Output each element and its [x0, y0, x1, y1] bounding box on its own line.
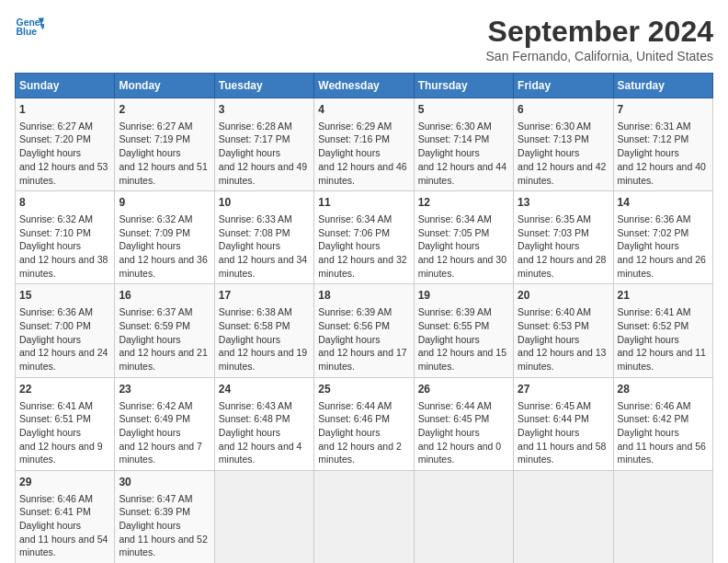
sunset-text: Sunset: 7:19 PM: [119, 133, 190, 144]
calendar-cell: 30Sunrise: 6:47 AMSunset: 6:39 PMDayligh…: [115, 470, 214, 563]
day-number: 19: [418, 288, 509, 304]
sunrise-text: Sunrise: 6:32 AM: [19, 213, 93, 224]
daylight-label: Daylight hours: [219, 334, 280, 345]
day-number: 23: [119, 382, 210, 397]
sunrise-text: Sunrise: 6:46 AM: [19, 493, 93, 504]
sunrise-text: Sunrise: 6:37 AM: [119, 306, 192, 317]
sunset-text: Sunset: 6:51 PM: [19, 413, 91, 424]
sunrise-text: Sunrise: 6:30 AM: [518, 121, 591, 132]
calendar-cell: 8Sunrise: 6:32 AMSunset: 7:10 PMDaylight…: [16, 191, 115, 284]
sunset-text: Sunset: 7:20 PM: [19, 133, 91, 144]
daylight-duration: and 12 hours and 40 minutes.: [618, 161, 706, 186]
calendar-cell: [414, 470, 513, 563]
sunset-text: Sunset: 7:14 PM: [418, 133, 490, 144]
daylight-duration: and 12 hours and 4 minutes.: [219, 441, 302, 465]
sunrise-text: Sunrise: 6:28 AM: [219, 121, 292, 132]
daylight-label: Daylight hours: [318, 147, 380, 158]
calendar-cell: 16Sunrise: 6:37 AMSunset: 6:59 PMDayligh…: [115, 284, 214, 377]
sunset-text: Sunset: 6:53 PM: [518, 320, 589, 331]
day-number: 20: [518, 288, 609, 304]
daylight-duration: and 12 hours and 49 minutes.: [219, 161, 307, 186]
daylight-duration: and 12 hours and 9 minutes.: [19, 441, 103, 465]
day-number: 29: [19, 475, 110, 490]
calendar-cell: 1Sunrise: 6:27 AMSunset: 7:20 PMDaylight…: [16, 98, 115, 191]
calendar-header-row: SundayMondayTuesdayWednesdayThursdayFrid…: [16, 74, 713, 98]
calendar-cell: 25Sunrise: 6:44 AMSunset: 6:46 PMDayligh…: [314, 377, 414, 470]
day-number: 6: [518, 102, 609, 118]
sunset-text: Sunset: 6:59 PM: [119, 320, 190, 331]
calendar-cell: 11Sunrise: 6:34 AMSunset: 7:06 PMDayligh…: [314, 191, 414, 284]
daylight-label: Daylight hours: [119, 147, 180, 158]
month-title: September 2024: [486, 15, 713, 49]
sunrise-text: Sunrise: 6:31 AM: [618, 121, 691, 132]
sunrise-text: Sunrise: 6:44 AM: [418, 400, 492, 411]
daylight-label: Daylight hours: [19, 147, 81, 158]
calendar-cell: 4Sunrise: 6:29 AMSunset: 7:16 PMDaylight…: [314, 98, 414, 191]
sunrise-text: Sunrise: 6:32 AM: [119, 213, 192, 224]
sunrise-text: Sunrise: 6:27 AM: [19, 121, 93, 132]
col-header-saturday: Saturday: [613, 74, 712, 98]
daylight-label: Daylight hours: [418, 147, 480, 158]
sunset-text: Sunset: 6:49 PM: [119, 413, 190, 424]
daylight-duration: and 12 hours and 34 minutes.: [219, 254, 307, 279]
daylight-duration: and 12 hours and 42 minutes.: [518, 161, 606, 186]
day-number: 11: [318, 195, 409, 211]
day-number: 5: [418, 102, 509, 118]
day-number: 14: [618, 195, 709, 211]
daylight-duration: and 12 hours and 2 minutes.: [318, 441, 402, 465]
day-number: 21: [618, 288, 709, 304]
calendar-week-2: 8Sunrise: 6:32 AMSunset: 7:10 PMDaylight…: [16, 191, 713, 284]
sunset-text: Sunset: 6:42 PM: [618, 413, 689, 424]
sunset-text: Sunset: 7:12 PM: [618, 133, 689, 144]
sunset-text: Sunset: 7:17 PM: [219, 133, 290, 144]
sunset-text: Sunset: 6:48 PM: [219, 413, 290, 424]
sunrise-text: Sunrise: 6:33 AM: [219, 213, 292, 224]
daylight-label: Daylight hours: [518, 427, 579, 438]
daylight-label: Daylight hours: [119, 240, 180, 251]
sunrise-text: Sunrise: 6:41 AM: [618, 306, 691, 317]
sunrise-text: Sunrise: 6:34 AM: [318, 213, 392, 224]
sunset-text: Sunset: 7:03 PM: [518, 227, 589, 238]
calendar-cell: 26Sunrise: 6:44 AMSunset: 6:45 PMDayligh…: [414, 377, 513, 470]
sunrise-text: Sunrise: 6:35 AM: [518, 213, 591, 224]
sunrise-text: Sunrise: 6:44 AM: [318, 400, 392, 411]
col-header-sunday: Sunday: [16, 74, 115, 98]
calendar-cell: 14Sunrise: 6:36 AMSunset: 7:02 PMDayligh…: [613, 191, 712, 284]
daylight-duration: and 11 hours and 52 minutes.: [119, 534, 207, 558]
sunset-text: Sunset: 6:41 PM: [19, 506, 91, 517]
calendar-cell: 18Sunrise: 6:39 AMSunset: 6:56 PMDayligh…: [314, 284, 414, 377]
sunrise-text: Sunrise: 6:47 AM: [119, 493, 192, 504]
daylight-duration: and 12 hours and 17 minutes.: [318, 347, 406, 372]
daylight-duration: and 12 hours and 19 minutes.: [219, 347, 307, 372]
daylight-label: Daylight hours: [219, 427, 280, 438]
daylight-label: Daylight hours: [19, 427, 81, 438]
sunrise-text: Sunrise: 6:27 AM: [119, 121, 192, 132]
daylight-duration: and 11 hours and 54 minutes.: [19, 534, 108, 558]
calendar-week-5: 29Sunrise: 6:46 AMSunset: 6:41 PMDayligh…: [16, 470, 713, 563]
daylight-duration: and 12 hours and 26 minutes.: [618, 254, 706, 279]
daylight-duration: and 12 hours and 51 minutes.: [119, 161, 207, 186]
day-number: 15: [19, 288, 110, 304]
title-section: September 2024 San Fernando, California,…: [486, 15, 713, 63]
logo-icon: General Blue: [15, 15, 44, 40]
calendar-cell: 9Sunrise: 6:32 AMSunset: 7:09 PMDaylight…: [115, 191, 214, 284]
calendar-cell: 6Sunrise: 6:30 AMSunset: 7:13 PMDaylight…: [514, 98, 613, 191]
calendar-cell: 13Sunrise: 6:35 AMSunset: 7:03 PMDayligh…: [514, 191, 613, 284]
daylight-label: Daylight hours: [418, 427, 480, 438]
calendar-cell: 20Sunrise: 6:40 AMSunset: 6:53 PMDayligh…: [514, 284, 613, 377]
day-number: 8: [19, 195, 110, 211]
sunrise-text: Sunrise: 6:45 AM: [518, 400, 591, 411]
sunset-text: Sunset: 7:02 PM: [618, 227, 689, 238]
calendar-cell: [214, 470, 313, 563]
daylight-label: Daylight hours: [19, 240, 81, 251]
daylight-label: Daylight hours: [219, 147, 280, 158]
col-header-wednesday: Wednesday: [314, 74, 414, 98]
sunset-text: Sunset: 7:09 PM: [119, 227, 190, 238]
calendar-cell: 22Sunrise: 6:41 AMSunset: 6:51 PMDayligh…: [16, 377, 115, 470]
daylight-label: Daylight hours: [119, 427, 180, 438]
daylight-duration: and 12 hours and 32 minutes.: [318, 254, 406, 279]
daylight-duration: and 12 hours and 44 minutes.: [418, 161, 506, 186]
calendar-cell: 24Sunrise: 6:43 AMSunset: 6:48 PMDayligh…: [214, 377, 313, 470]
day-number: 10: [219, 195, 310, 211]
sunset-text: Sunset: 6:44 PM: [518, 413, 589, 424]
